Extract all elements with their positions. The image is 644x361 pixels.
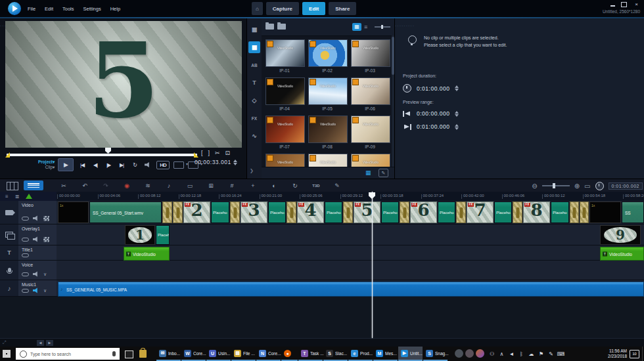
timeline-clip[interactable]: Placeho xyxy=(551,202,569,223)
mark-out-icon[interactable] xyxy=(403,124,411,130)
next-frame-button[interactable]: |▶ xyxy=(104,159,113,170)
taskbar-app-onenote[interactable]: NCore... xyxy=(256,347,281,361)
timeline-clip[interactable]: FX5 xyxy=(354,202,380,223)
library-thumbnail[interactable]: VideoStudio xyxy=(351,154,389,167)
timeline-clip[interactable]: SS xyxy=(622,202,644,223)
ribbon-icon[interactable] xyxy=(22,253,29,257)
browse-folder-icon[interactable] xyxy=(277,24,286,30)
taskbar-search[interactable]: Type here to search xyxy=(16,348,120,360)
menu-help[interactable]: Help xyxy=(110,6,120,12)
timeline-clip[interactable] xyxy=(570,202,579,223)
3d-title-editor-button[interactable]: T3D xyxy=(310,180,322,190)
go-to-start-button[interactable]: |◀ xyxy=(78,159,87,170)
timeline-clip[interactable] xyxy=(580,202,589,223)
scroll-right-button[interactable]: ▶ xyxy=(46,340,53,346)
library-thumbnail[interactable]: VideoStudio xyxy=(265,154,304,167)
timeline-clip[interactable]: FX4 xyxy=(297,202,324,223)
library-thumbnail[interactable]: VideoStudioIP-08 xyxy=(308,116,346,149)
mark-out-value[interactable]: 0:01:00.000 xyxy=(417,123,449,130)
task-view-button[interactable] xyxy=(125,350,133,358)
library-thumbnail[interactable]: VideoStudioIP-07 xyxy=(265,116,304,149)
taskbar-app-slack[interactable]: SSlac... xyxy=(323,347,348,361)
project-mode-button[interactable]: Project▾ xyxy=(38,159,55,165)
library-nav-filter-icon[interactable]: FX xyxy=(248,112,260,124)
track-list-icon[interactable]: ≡ xyxy=(5,194,9,200)
track-expand-icon[interactable]: ∨ xyxy=(43,272,47,276)
split-screen-template-button[interactable]: ⊞ xyxy=(205,180,217,190)
track-transparency-icon[interactable] xyxy=(43,216,49,221)
taskbar-app-snagit[interactable]: SSnag... xyxy=(423,347,448,361)
tab-capture[interactable]: Capture xyxy=(266,2,299,15)
mask-creator-button[interactable]: ◐ xyxy=(268,180,280,190)
preview-timecode[interactable]: 00:00:33.001 xyxy=(195,159,237,165)
auto-music-button[interactable]: ♪ xyxy=(163,180,175,190)
ribbon-icon[interactable] xyxy=(22,238,29,242)
tray-volume-icon[interactable]: ◄ xyxy=(509,351,515,357)
fit-project-icon[interactable]: ⤢ xyxy=(3,340,7,345)
library-nav-media-icon[interactable]: ▦ xyxy=(248,24,260,35)
taskbar-app-mail[interactable]: ✉Inbo... xyxy=(156,347,181,361)
undo-button[interactable]: ↶ xyxy=(79,180,91,190)
volume-button[interactable] xyxy=(143,159,152,170)
timeline-clip[interactable]: SS_General 05_Start.wmv xyxy=(89,202,162,223)
library-nav-title-icon[interactable]: T xyxy=(248,77,260,89)
timeline-clip[interactable]: 9 xyxy=(600,225,641,245)
start-button[interactable] xyxy=(3,350,11,358)
zoom-out-icon[interactable]: ⊖ xyxy=(532,182,537,190)
timeline-clip[interactable]: Placeho xyxy=(438,202,455,223)
menu-file[interactable]: File xyxy=(28,6,35,12)
track-header-voice[interactable]: Voice∨ xyxy=(0,261,57,280)
mark-in-value[interactable]: 0:00:00.000 xyxy=(417,110,449,117)
grid-view-button[interactable]: ▦ xyxy=(352,23,361,31)
mark-out-spinner[interactable] xyxy=(455,124,459,130)
timeline-clip[interactable]: 1x xyxy=(58,202,89,223)
tray-defender-icon[interactable]: ⚑ xyxy=(538,351,544,357)
track-expand-icon[interactable]: ∨ xyxy=(43,289,47,292)
thumbnail-size-slider[interactable] xyxy=(375,26,390,28)
mute-track-icon[interactable] xyxy=(33,271,39,277)
library-nav-instant-project-icon[interactable]: ▩ xyxy=(248,41,260,53)
taskbar-app-tasks[interactable]: TTask ... xyxy=(298,347,323,361)
timeline-zoom-slider[interactable] xyxy=(542,185,570,186)
taskbar-app-file-explorer[interactable]: ▤File ... xyxy=(231,347,256,361)
track-header-title[interactable]: TTitle1 xyxy=(0,245,57,261)
library-thumbnail[interactable]: VideoStudioIP-09 xyxy=(351,116,389,149)
tray-avatar[interactable] xyxy=(455,349,463,358)
timeline-clip[interactable]: FX6 xyxy=(410,202,437,223)
timeline-clip[interactable]: 1x xyxy=(589,202,621,223)
capture-frame-button[interactable]: ⊡ xyxy=(225,150,231,156)
edit-template-icon[interactable]: ✎ xyxy=(379,169,388,177)
project-duration-icon[interactable] xyxy=(595,182,604,190)
timeline-clip[interactable] xyxy=(343,202,353,223)
library-thumbnail[interactable]: VideoStudioIP-03 xyxy=(351,39,389,73)
timeline-clip[interactable]: FX2 xyxy=(183,202,210,223)
painting-creator-button[interactable]: ✎ xyxy=(331,180,343,190)
taskbar-app-firefox[interactable]: ● xyxy=(281,347,298,361)
clip-mode-button[interactable]: Clip▾ xyxy=(38,165,55,170)
timeline-clip[interactable]: Placeho xyxy=(381,202,399,223)
menu-edit[interactable]: Edit xyxy=(45,6,53,12)
nav-expand-icon[interactable]: ❯ xyxy=(250,168,254,173)
track-manager-icon[interactable]: ≣ xyxy=(15,194,20,200)
timeline-clip[interactable] xyxy=(162,202,172,223)
timeline-clip[interactable]: TVideoStudio xyxy=(600,247,644,261)
tray-pen-icon[interactable]: ✎ xyxy=(548,351,554,357)
import-media-icon[interactable] xyxy=(265,24,274,30)
timeline-clip[interactable] xyxy=(456,202,466,223)
library-nav-transition-icon[interactable]: AB xyxy=(248,59,260,71)
taskbar-clock[interactable]: 11:56 AM 2/23/2018 xyxy=(589,349,627,359)
home-tab-icon[interactable]: ⌂ xyxy=(252,2,263,15)
timeline-clip[interactable]: Placeho xyxy=(211,202,229,223)
library-thumbnail[interactable]: VideoStudioIP-04 xyxy=(265,77,304,111)
duration-spinner[interactable] xyxy=(455,85,459,91)
motion-tracking-button[interactable]: + xyxy=(247,180,259,190)
store-button[interactable] xyxy=(139,350,147,358)
timeline-clip[interactable]: Placeh xyxy=(156,225,170,245)
tray-avatar[interactable] xyxy=(476,349,484,358)
mark-in-spinner[interactable] xyxy=(455,111,459,117)
timeline-clip[interactable] xyxy=(230,202,240,223)
timeline-playhead[interactable] xyxy=(372,192,373,338)
minimize-button[interactable] xyxy=(610,2,615,7)
timeline-clip[interactable] xyxy=(173,202,183,223)
library-thumbnail[interactable]: VideoStudioIP-02 xyxy=(308,39,346,73)
